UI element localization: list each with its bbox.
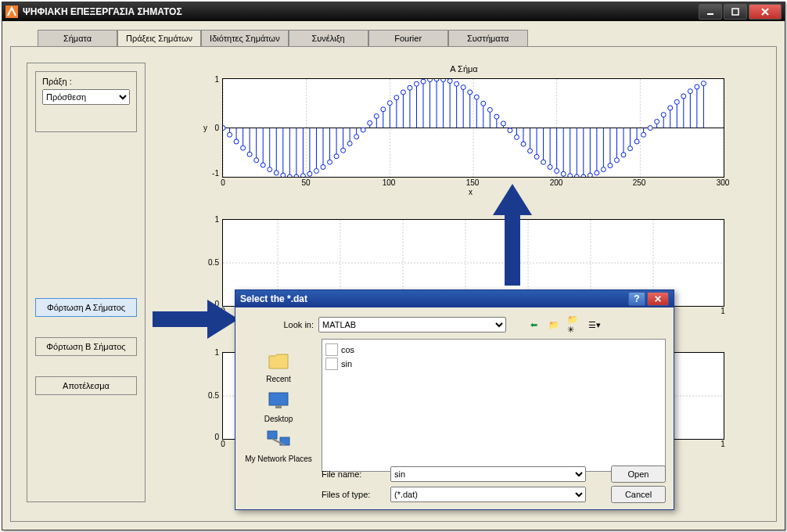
file-list[interactable]: cos sin — [322, 339, 666, 472]
svg-point-60 — [381, 107, 386, 112]
file-dialog: Select the *.dat ? Look in: MATLAB ⬅ 📁 📁… — [235, 289, 674, 510]
svg-point-126 — [601, 167, 606, 172]
svg-point-26 — [268, 167, 272, 172]
svg-point-34 — [294, 174, 299, 177]
svg-point-66 — [401, 90, 405, 95]
svg-point-80 — [447, 79, 452, 84]
svg-point-132 — [621, 153, 626, 157]
chart-a-title: Α Σήμα — [160, 64, 768, 74]
chart-a-xlabel: x — [469, 188, 473, 196]
svg-point-58 — [374, 114, 379, 119]
svg-point-12 — [223, 126, 225, 131]
svg-point-40 — [314, 169, 318, 174]
svg-point-124 — [595, 171, 599, 175]
svg-marker-174 — [493, 184, 532, 286]
svg-point-84 — [461, 85, 465, 90]
load-b-button[interactable]: Φόρτωση Β Σήματος — [35, 337, 137, 356]
svg-point-30 — [281, 173, 286, 177]
dialog-title: Select the *.dat — [240, 293, 628, 304]
svg-point-42 — [321, 165, 325, 170]
open-button[interactable]: Open — [611, 466, 666, 483]
svg-point-22 — [254, 158, 259, 163]
tabs: Σήματα Πράξεις Σημάτων Ιδιότητες Σημάτων… — [38, 29, 528, 46]
svg-point-86 — [468, 90, 473, 95]
svg-rect-177 — [268, 431, 277, 439]
svg-point-28 — [274, 171, 279, 175]
dialog-help-button[interactable]: ? — [628, 292, 645, 306]
svg-point-118 — [574, 174, 579, 177]
svg-point-96 — [501, 121, 505, 126]
svg-point-52 — [354, 135, 359, 139]
svg-point-56 — [368, 120, 372, 125]
svg-point-116 — [568, 174, 573, 177]
svg-point-74 — [428, 79, 433, 82]
places-network[interactable]: My Network Places — [245, 426, 312, 463]
view-menu-icon[interactable]: ☰▾ — [588, 318, 602, 332]
places-bar: Recent Desktop My Network Places — [243, 339, 314, 501]
look-in-select[interactable]: MATLAB — [318, 317, 506, 332]
tab-systems[interactable]: Συστήματα — [448, 30, 528, 47]
svg-point-102 — [521, 142, 526, 146]
up-folder-icon[interactable]: 📁 — [547, 318, 561, 332]
svg-point-106 — [534, 154, 539, 159]
svg-point-108 — [541, 160, 546, 164]
svg-point-120 — [581, 174, 586, 177]
result-button[interactable]: Αποτέλεσμα — [35, 376, 137, 395]
svg-point-72 — [421, 79, 426, 84]
svg-point-110 — [548, 165, 552, 170]
tab-properties[interactable]: Ιδιότητες Σημάτων — [201, 30, 289, 47]
svg-point-144 — [661, 113, 666, 117]
svg-point-18 — [241, 146, 246, 150]
places-desktop[interactable]: Desktop — [264, 386, 293, 423]
new-folder-icon[interactable]: 📁✳ — [567, 318, 581, 332]
arrow-right-icon — [153, 300, 239, 339]
filetype-label: Files of type: — [322, 490, 384, 499]
close-button[interactable] — [749, 4, 782, 20]
tab-fourier[interactable]: Fourier — [368, 30, 448, 47]
operation-label: Πράξη : — [42, 77, 130, 86]
svg-point-38 — [307, 171, 312, 176]
dialog-close-button[interactable] — [647, 292, 669, 306]
svg-marker-173 — [153, 300, 239, 339]
svg-point-148 — [674, 99, 679, 104]
tab-convolution[interactable]: Συνέλιξη — [289, 30, 368, 47]
svg-point-82 — [455, 81, 459, 86]
dialog-titlebar[interactable]: Select the *.dat ? — [235, 290, 674, 307]
file-item[interactable]: cos — [325, 343, 662, 357]
svg-point-16 — [234, 139, 239, 144]
load-a-button[interactable]: Φόρτωση Α Σήματος — [35, 298, 137, 317]
maximize-button[interactable] — [724, 4, 747, 20]
arrow-up-icon — [493, 184, 532, 286]
tab-signals[interactable]: Σήματα — [38, 30, 117, 47]
svg-rect-175 — [269, 393, 288, 405]
svg-point-98 — [508, 128, 512, 133]
svg-point-128 — [608, 164, 613, 168]
app-icon — [5, 5, 18, 18]
svg-rect-176 — [275, 405, 282, 408]
svg-point-152 — [688, 89, 692, 94]
svg-point-140 — [648, 126, 652, 131]
tab-operations[interactable]: Πράξεις Σημάτων — [117, 30, 201, 47]
svg-point-14 — [228, 132, 232, 137]
file-icon — [325, 358, 338, 370]
svg-point-32 — [287, 174, 292, 177]
back-icon[interactable]: ⬅ — [526, 318, 541, 332]
svg-point-36 — [300, 174, 305, 177]
svg-point-122 — [588, 173, 592, 177]
left-panel: Πράξη : Πρόσθεση Φόρτωση Α Σήματος Φόρτω… — [27, 63, 146, 502]
places-recent[interactable]: Recent — [264, 347, 293, 383]
svg-point-130 — [614, 158, 619, 163]
operation-select[interactable]: Πρόσθεση — [42, 89, 130, 105]
svg-point-70 — [414, 81, 419, 86]
minimize-button[interactable] — [699, 4, 722, 20]
cancel-button[interactable]: Cancel — [611, 486, 666, 503]
svg-point-104 — [528, 149, 533, 153]
svg-point-44 — [328, 160, 332, 164]
filename-input[interactable]: sin — [390, 466, 586, 482]
svg-point-92 — [487, 107, 492, 112]
svg-point-112 — [555, 169, 559, 174]
window-title: ΨΗΦΙΑΚΗ ΕΠΕΞΕΡΓΑΣΙΑ ΣΗΜΑΤΟΣ — [23, 6, 699, 17]
filetype-select[interactable]: (*.dat) — [390, 487, 586, 502]
file-item[interactable]: sin — [325, 357, 662, 371]
titlebar[interactable]: ΨΗΦΙΑΚΗ ΕΠΕΞΕΡΓΑΣΙΑ ΣΗΜΑΤΟΣ — [2, 2, 785, 21]
